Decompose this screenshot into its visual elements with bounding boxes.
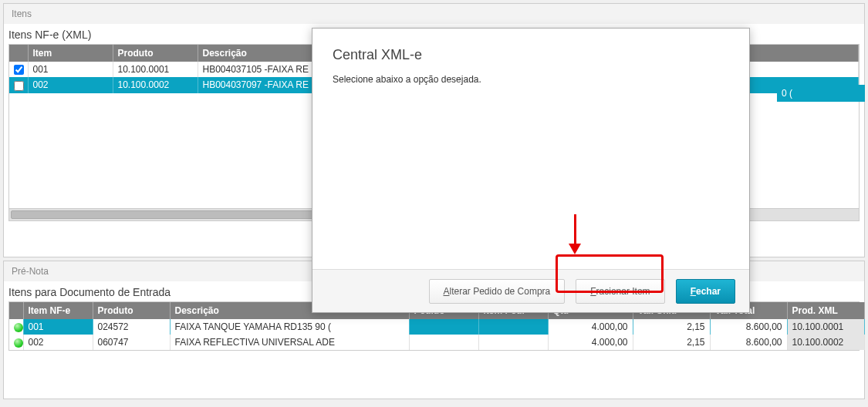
cell-produto: 10.100.0001 xyxy=(113,62,198,77)
cell-descricao: FAIXA TANQUE YAMAHA RD135 90 ( xyxy=(170,319,409,335)
cell-item: 001 xyxy=(28,62,113,77)
table-row[interactable]: 002 060747 FAIXA REFLECTIVA UNIVERSAL AD… xyxy=(9,335,864,350)
cell-qtd: 4.000,00 xyxy=(548,319,633,335)
cell-itemnfe: 001 xyxy=(23,319,93,335)
row-checkbox[interactable] xyxy=(14,65,24,75)
col-prodxml: Prod. XML xyxy=(787,302,864,319)
table-row[interactable]: 001 024572 FAIXA TANQUE YAMAHA RD135 90 … xyxy=(9,319,864,335)
cell-produto: 060747 xyxy=(93,335,170,350)
cell-itemnfe: 002 xyxy=(23,335,93,350)
cell-itemped xyxy=(478,319,548,335)
cell-pedido xyxy=(409,335,478,350)
fechar-button[interactable]: Fechar xyxy=(676,279,735,304)
modal-title: Central XML-e xyxy=(312,29,749,71)
cell-prodxml: 10.100.0002 xyxy=(787,335,864,350)
col-itemnfe: Item NF-e xyxy=(23,302,93,319)
cell-item: 002 xyxy=(28,77,113,92)
cell-descricao: FAIXA REFLECTIVA UNIVERSAL ADE xyxy=(170,335,409,350)
cell-valunit: 2,15 xyxy=(633,335,710,350)
cell-valtotal: 8.600,00 xyxy=(710,335,787,350)
modal-dialog: Central XML-e Selecione abaixo a opção d… xyxy=(312,28,750,313)
cell-qtd: 4.000,00 xyxy=(548,335,633,350)
partial-hidden-cell: 0 ( xyxy=(777,85,865,102)
cell-valunit: 2,15 xyxy=(633,319,710,335)
cell-pedido xyxy=(409,319,478,335)
col-produto2: Produto xyxy=(93,302,170,319)
fracionar-item-button[interactable]: Fracionar Item xyxy=(576,279,664,304)
cell-prodxml: 10.100.0001 xyxy=(787,319,864,335)
col-item: Item xyxy=(28,45,113,62)
itens-panel-label: Itens xyxy=(4,4,864,24)
modal-message: Selecione abaixo a opção desejada. xyxy=(312,71,749,88)
cell-produto: 10.100.0002 xyxy=(113,77,198,92)
row-checkbox[interactable] xyxy=(14,81,24,91)
cell-itemped xyxy=(478,335,548,350)
status-dot-icon xyxy=(14,323,23,332)
status-dot-icon xyxy=(14,338,23,348)
modal-footer: Alterar Pedido de Compra Fracionar Item … xyxy=(312,269,749,312)
cell-valtotal: 8.600,00 xyxy=(710,319,787,335)
col-produto: Produto xyxy=(113,45,198,62)
alterar-pedido-button[interactable]: Alterar Pedido de Compra xyxy=(429,279,566,304)
cell-produto: 024572 xyxy=(93,319,170,335)
